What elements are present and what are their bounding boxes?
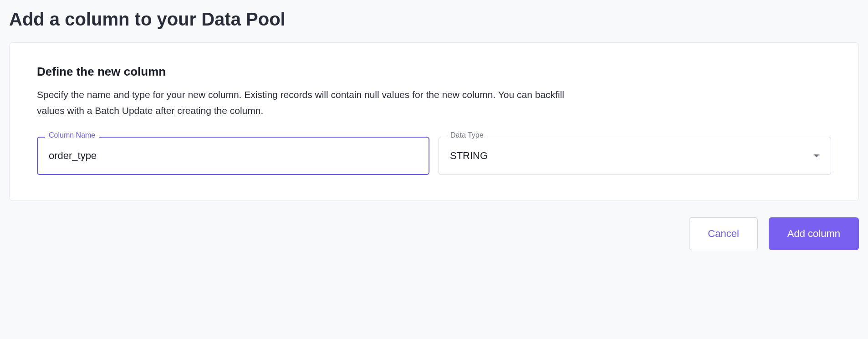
cancel-button[interactable]: Cancel [689, 217, 757, 250]
column-name-label: Column Name [45, 132, 99, 139]
form-card: Define the new column Specify the name a… [9, 42, 859, 201]
column-name-field-wrap: Column Name [37, 137, 429, 175]
data-type-field-wrap: Data Type STRING [439, 137, 831, 175]
add-column-button[interactable]: Add column [769, 217, 859, 250]
page-title: Add a column to your Data Pool [9, 9, 859, 30]
section-title: Define the new column [37, 65, 831, 79]
field-row: Column Name Data Type STRING [37, 137, 831, 175]
column-name-input[interactable] [37, 137, 429, 175]
actions-row: Cancel Add column [9, 217, 859, 250]
chevron-down-icon [813, 154, 820, 158]
data-type-value: STRING [450, 150, 488, 162]
data-type-label: Data Type [447, 132, 487, 139]
section-description: Specify the name and type for your new c… [37, 87, 574, 118]
data-type-select[interactable]: STRING [439, 137, 831, 175]
